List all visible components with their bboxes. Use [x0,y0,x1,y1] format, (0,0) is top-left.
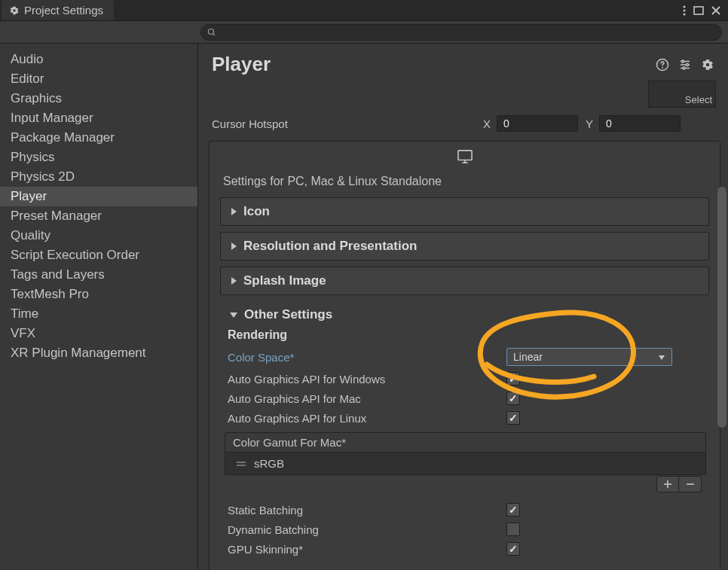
foldout-other[interactable]: Other Settings [220,301,709,325]
svg-point-1 [684,9,686,11]
close-icon[interactable] [711,6,720,15]
svg-point-6 [209,29,214,34]
restore-icon[interactable] [693,6,704,15]
svg-marker-21 [231,277,237,285]
sidebar-item-xr[interactable]: XR Plugin Management [0,343,197,363]
vertical-scrollbar[interactable] [717,187,726,570]
search-box[interactable] [200,24,722,41]
foldout-splash[interactable]: Splash Image [220,267,709,295]
svg-point-0 [684,5,686,8]
title-bar: Project Settings [0,0,728,21]
svg-marker-19 [231,208,237,215]
row-auto-api-mac: Auto Graphics API for Mac [225,389,706,408]
inspector-scroll[interactable]: Settings for PC, Mac & Linux Standalone … [198,136,728,570]
svg-point-14 [687,63,689,66]
svg-point-9 [662,66,663,68]
row-color-space: Color Space* Linear [225,345,706,369]
cursor-hotspot-x-input[interactable] [497,115,578,132]
settings-sidebar[interactable]: Audio Editor Graphics Input Manager Pack… [0,44,198,570]
sidebar-item-package-manager[interactable]: Package Manager [0,128,197,148]
triangle-right-icon [230,207,237,216]
search-row [0,21,728,44]
sidebar-item-input-manager[interactable]: Input Manager [0,108,197,128]
color-gamut-list: Color Gamut For Mac* sRGB [225,432,706,475]
sidebar-item-quality[interactable]: Quality [0,226,197,245]
sidebar-item-script-exec[interactable]: Script Execution Order [0,245,197,265]
svg-point-13 [682,60,684,62]
color-gamut-header: Color Gamut For Mac* [225,433,705,453]
sidebar-item-time[interactable]: Time [0,304,197,324]
preset-icon[interactable] [678,58,692,72]
svg-marker-22 [230,312,237,318]
gear-icon[interactable] [701,58,714,72]
search-input[interactable] [221,26,715,38]
svg-marker-20 [231,242,237,250]
caret-down-icon [658,355,665,361]
sidebar-item-tags-layers[interactable]: Tags and Layers [0,265,197,285]
row-static-batching: Static Batching [225,500,706,520]
triangle-right-icon [230,242,237,251]
svg-point-15 [683,67,685,69]
sidebar-item-player[interactable]: Player [0,187,197,206]
gear-icon [9,5,20,16]
label-dynamic-batching: Dynamic Batching [228,523,506,536]
rendering-header: Rendering [225,325,706,345]
row-gpu-skinning: GPU Skinning* [225,539,706,559]
checkbox-gpu-skinning[interactable] [506,542,520,556]
foldout-icon[interactable]: Icon [220,197,709,226]
sidebar-item-preset-manager[interactable]: Preset Manager [0,206,197,226]
checkbox-auto-api-win[interactable] [506,372,520,386]
help-icon[interactable] [656,58,669,72]
list-footer [225,474,706,492]
window-tab[interactable]: Project Settings [2,0,114,20]
cursor-hotspot-label: Cursor Hotspot [212,117,483,130]
sidebar-item-textmesh[interactable]: TextMesh Pro [0,285,197,304]
grip-icon[interactable] [236,460,246,468]
page-title: Player [212,53,271,76]
svg-rect-3 [694,7,703,14]
row-dynamic-batching: Dynamic Batching [225,520,706,539]
inspector-panel: Player Select Cursor Hotspot X [198,44,728,570]
triangle-down-icon [229,311,238,319]
menu-icon[interactable] [683,5,686,16]
svg-line-7 [213,33,216,35]
plus-icon [663,480,672,489]
add-button[interactable] [656,476,679,492]
triangle-right-icon [230,276,237,285]
svg-marker-23 [659,355,665,360]
asset-select-button[interactable]: Select [648,81,716,108]
sidebar-item-audio[interactable]: Audio [0,50,197,69]
sidebar-item-editor[interactable]: Editor [0,69,197,89]
label-color-space: Color Space* [228,351,506,364]
tab-title: Project Settings [24,4,103,17]
label-auto-api-win: Auto Graphics API for Windows [228,373,506,386]
svg-point-2 [684,13,686,15]
label-static-batching: Static Batching [228,504,506,517]
window-controls [683,5,728,16]
remove-button[interactable] [679,476,702,492]
checkbox-static-batching[interactable] [506,503,520,517]
platform-tabs[interactable] [210,142,720,172]
search-icon [207,28,216,37]
checkbox-auto-api-linux[interactable] [506,411,520,425]
sidebar-item-physics[interactable]: Physics [0,148,197,167]
monitor-icon[interactable] [457,149,473,164]
sidebar-item-vfx[interactable]: VFX [0,324,197,343]
field-cursor-hotspot: Cursor Hotspot X Y [198,111,728,136]
x-label: X [483,117,491,130]
row-auto-api-linux: Auto Graphics API for Linux [225,408,706,428]
y-label: Y [586,117,593,130]
scrollbar-thumb[interactable] [717,187,726,428]
sidebar-item-physics2d[interactable]: Physics 2D [0,167,197,187]
cursor-hotspot-y-input[interactable] [599,115,681,132]
checkbox-auto-api-mac[interactable] [506,392,520,405]
foldout-resolution[interactable]: Resolution and Presentation [220,232,709,261]
svg-rect-16 [457,151,471,160]
minus-icon [686,480,695,489]
checkbox-dynamic-batching[interactable] [506,523,520,536]
dropdown-color-space[interactable]: Linear [506,348,672,366]
platform-subtitle: Settings for PC, Mac & Linux Standalone [210,172,720,197]
list-item[interactable]: sRGB [225,453,705,474]
label-auto-api-mac: Auto Graphics API for Mac [228,392,506,405]
sidebar-item-graphics[interactable]: Graphics [0,89,197,108]
